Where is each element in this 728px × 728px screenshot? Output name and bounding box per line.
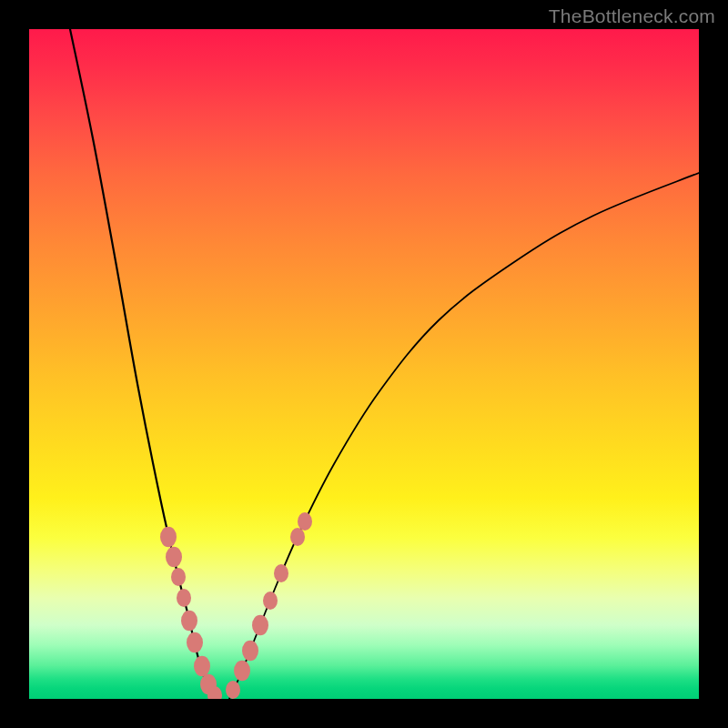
bead-marker [194, 656, 210, 677]
bead-marker [298, 512, 312, 531]
bead-marker [166, 547, 182, 568]
bead-marker [242, 641, 258, 662]
bead-marker [160, 527, 177, 548]
bead-marker [252, 615, 268, 636]
right-curve [229, 173, 699, 699]
beads-group [160, 512, 312, 699]
watermark-text: TheBottleneck.com [549, 5, 715, 27]
plot-area [29, 29, 699, 699]
bead-marker [263, 592, 278, 610]
bead-marker [234, 661, 250, 682]
bead-marker [187, 632, 203, 653]
bead-marker [177, 589, 191, 607]
chart-svg [29, 29, 699, 699]
bead-marker [181, 611, 197, 632]
chart-frame: TheBottleneck.com [0, 0, 728, 728]
bead-marker [274, 564, 288, 582]
bead-marker [290, 528, 305, 546]
bead-marker [226, 681, 240, 699]
bead-marker [171, 568, 186, 586]
left-curve [70, 29, 217, 699]
